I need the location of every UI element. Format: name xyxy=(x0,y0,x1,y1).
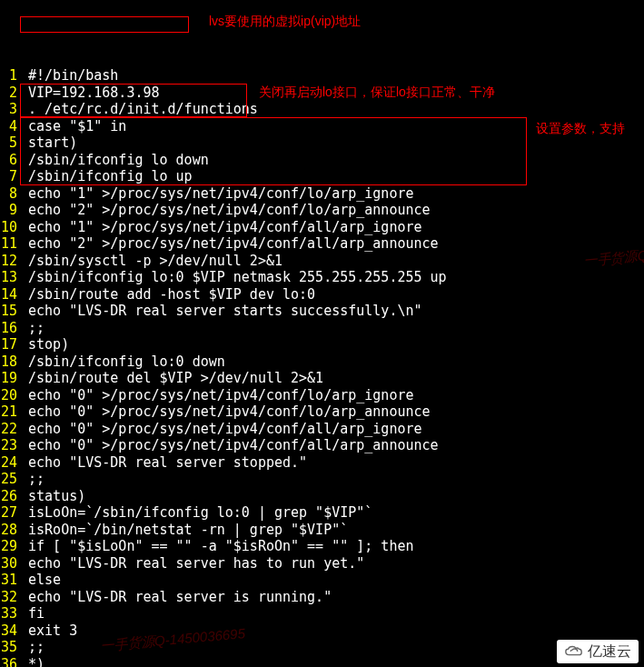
code-text: /sbin/ifconfig lo:0 down xyxy=(20,353,644,371)
line-number: 36 xyxy=(0,656,20,668)
code-text: echo "LVS-DR real server is running." xyxy=(20,589,644,606)
code-text: echo "0" >/proc/sys/net/ipv4/conf/lo/arp… xyxy=(20,403,644,421)
code-line: 13 /sbin/ifconfig lo:0 $VIP netmask 255.… xyxy=(0,269,644,286)
code-text: . /etc/rc.d/init.d/functions xyxy=(20,101,644,118)
line-number: 10 xyxy=(0,219,20,236)
code-line: 8 echo "1" >/proc/sys/net/ipv4/conf/lo/a… xyxy=(0,185,644,203)
line-number: 5 xyxy=(0,134,20,152)
code-line: 3 . /etc/rc.d/init.d/functions xyxy=(0,101,644,118)
code-text: echo "0" >/proc/sys/net/ipv4/conf/all/ar… xyxy=(20,437,644,454)
line-number: 13 xyxy=(0,269,20,286)
line-number: 15 xyxy=(0,303,20,320)
code-line: 28 isRoOn=`/bin/netstat -rn | grep "$VIP… xyxy=(0,522,644,539)
code-line: 5 start) xyxy=(0,134,644,152)
logo-text: 亿速云 xyxy=(588,643,631,661)
code-text: /sbin/route del $VIP >/dev/null 2>&1 xyxy=(20,370,644,387)
line-number: 27 xyxy=(0,504,20,522)
code-line: 15 echo "LVS-DR real server starts succe… xyxy=(0,303,644,320)
code-text: isLoOn=`/sbin/ifconfig lo:0 | grep "$VIP… xyxy=(20,504,644,522)
line-number: 28 xyxy=(0,522,20,539)
line-number: 33 xyxy=(0,605,20,622)
annotation-params: 设置参数，支持 xyxy=(536,120,625,137)
code-line: 32 echo "LVS-DR real server is running." xyxy=(0,589,644,606)
line-number: 18 xyxy=(0,353,20,371)
code-text: *) xyxy=(20,656,644,668)
annotation-ifconfig: 关闭再启动lo接口，保证lo接口正常、干净 xyxy=(259,84,495,101)
code-line: 27 isLoOn=`/sbin/ifconfig lo:0 | grep "$… xyxy=(0,504,644,522)
code-line: 35 ;; xyxy=(0,639,644,656)
line-number: 2 xyxy=(0,85,20,102)
line-number: 14 xyxy=(0,286,20,304)
code-text: echo "LVS-DR real server has to run yet.… xyxy=(20,555,644,572)
code-editor: 1 #!/bin/bash2 VIP=192.168.3.983 . /etc/… xyxy=(0,67,644,667)
code-line: 9 echo "2" >/proc/sys/net/ipv4/conf/lo/a… xyxy=(0,202,644,219)
code-line: 11 echo "2" >/proc/sys/net/ipv4/conf/all… xyxy=(0,235,644,253)
line-number: 11 xyxy=(0,235,20,253)
code-line: 10 echo "1" >/proc/sys/net/ipv4/conf/all… xyxy=(0,219,644,236)
code-line: 7 /sbin/ifconfig lo up xyxy=(0,168,644,185)
line-number: 21 xyxy=(0,403,20,421)
code-text: echo "1" >/proc/sys/net/ipv4/conf/all/ar… xyxy=(20,219,644,236)
code-text: echo "2" >/proc/sys/net/ipv4/conf/all/ar… xyxy=(20,235,644,253)
line-number: 34 xyxy=(0,622,20,640)
code-text: /sbin/ifconfig lo:0 $VIP netmask 255.255… xyxy=(20,269,644,286)
code-text: else xyxy=(20,572,644,589)
line-number: 12 xyxy=(0,253,20,270)
code-text: fi xyxy=(20,605,644,622)
line-number: 3 xyxy=(0,101,20,118)
line-number: 35 xyxy=(0,639,20,656)
code-text: echo "1" >/proc/sys/net/ipv4/conf/lo/arp… xyxy=(20,185,644,203)
code-text: if [ "$isLoOn" == "" -a "$isRoOn" == "" … xyxy=(20,538,644,555)
cloud-icon xyxy=(564,644,584,659)
code-text: echo "LVS-DR real server starts successf… xyxy=(20,303,644,320)
code-line: 20 echo "0" >/proc/sys/net/ipv4/conf/lo/… xyxy=(0,387,644,404)
line-number: 8 xyxy=(0,185,20,203)
code-line: 17 stop) xyxy=(0,336,644,353)
code-text: echo "0" >/proc/sys/net/ipv4/conf/all/ar… xyxy=(20,421,644,438)
line-number: 7 xyxy=(0,168,20,185)
code-text: exit 3 xyxy=(20,622,644,640)
code-line: 25 ;; xyxy=(0,471,644,488)
code-line: 26 status) xyxy=(0,488,644,505)
line-number: 9 xyxy=(0,202,20,219)
code-text: /sbin/ifconfig lo up xyxy=(20,168,644,185)
code-text: /sbin/sysctl -p >/dev/null 2>&1 xyxy=(20,253,644,270)
line-number: 24 xyxy=(0,454,20,472)
code-text: echo "2" >/proc/sys/net/ipv4/conf/lo/arp… xyxy=(20,202,644,219)
annotation-vip: lvs要使用的虚拟ip(vip)地址 xyxy=(209,13,361,30)
code-text: /sbin/route add -host $VIP dev lo:0 xyxy=(20,286,644,304)
code-text: #!/bin/bash xyxy=(20,67,644,85)
code-line: 31 else xyxy=(0,572,644,589)
code-text: ;; xyxy=(20,320,644,337)
code-line: 12 /sbin/sysctl -p >/dev/null 2>&1 xyxy=(0,253,644,270)
code-text: isRoOn=`/bin/netstat -rn | grep "$VIP"` xyxy=(20,522,644,539)
code-line: 19 /sbin/route del $VIP >/dev/null 2>&1 xyxy=(0,370,644,387)
code-text: start) xyxy=(20,134,644,152)
code-text: status) xyxy=(20,488,644,505)
code-text: stop) xyxy=(20,336,644,353)
highlight-box-vip xyxy=(20,16,189,33)
code-line: 6 /sbin/ifconfig lo down xyxy=(0,152,644,169)
code-line: 29 if [ "$isLoOn" == "" -a "$isRoOn" == … xyxy=(0,538,644,555)
code-line: 30 echo "LVS-DR real server has to run y… xyxy=(0,555,644,572)
line-number: 25 xyxy=(0,471,20,488)
line-number: 23 xyxy=(0,437,20,454)
code-line: 14 /sbin/route add -host $VIP dev lo:0 xyxy=(0,286,644,304)
line-number: 1 xyxy=(0,67,20,85)
code-text: echo "0" >/proc/sys/net/ipv4/conf/lo/arp… xyxy=(20,387,644,404)
code-text: /sbin/ifconfig lo down xyxy=(20,152,644,169)
line-number: 32 xyxy=(0,589,20,606)
line-number: 26 xyxy=(0,488,20,505)
code-line: 16 ;; xyxy=(0,320,644,337)
code-line: 21 echo "0" >/proc/sys/net/ipv4/conf/lo/… xyxy=(0,403,644,421)
code-text: ;; xyxy=(20,639,644,656)
line-number: 22 xyxy=(0,421,20,438)
code-line: 18 /sbin/ifconfig lo:0 down xyxy=(0,353,644,371)
line-number: 16 xyxy=(0,320,20,337)
line-number: 6 xyxy=(0,152,20,169)
code-line: 34 exit 3 xyxy=(0,622,644,640)
line-number: 30 xyxy=(0,555,20,572)
logo-yisuyun: 亿速云 xyxy=(557,640,639,664)
code-line: 1 #!/bin/bash xyxy=(0,67,644,85)
code-text: ;; xyxy=(20,471,644,488)
